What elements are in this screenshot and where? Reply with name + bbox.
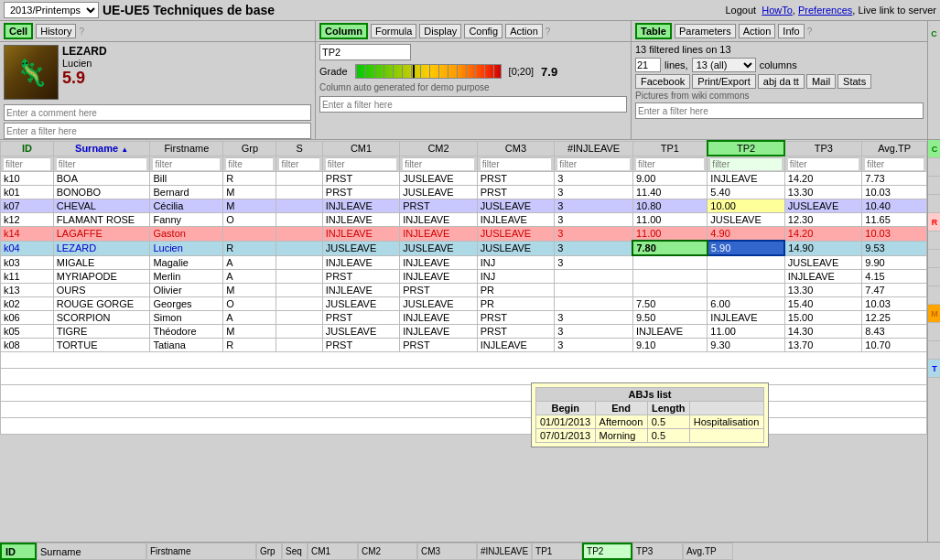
cell-s[interactable]: [276, 199, 322, 213]
cell-id[interactable]: k13: [1, 283, 54, 296]
table-button[interactable]: Table: [635, 23, 672, 39]
cell-tp1[interactable]: [632, 283, 707, 296]
cell-cm3[interactable]: PRST: [477, 310, 554, 324]
cell-surname[interactable]: CHEVAL: [53, 199, 150, 213]
cell-firstname[interactable]: Bernard: [150, 186, 223, 199]
facebook-button[interactable]: Facebook: [635, 74, 690, 89]
table-info-button[interactable]: Info: [778, 24, 804, 38]
cell-cm3[interactable]: JUSLEAVE: [477, 241, 554, 255]
cell-cm2[interactable]: PRST: [400, 283, 477, 296]
cell-injleave[interactable]: 3: [555, 310, 633, 324]
cell-cm3[interactable]: INJLEAVE: [477, 338, 554, 351]
th-avgtp[interactable]: Avg.TP: [862, 141, 927, 156]
cell-tp1[interactable]: 7.50: [632, 296, 707, 310]
filter-cm1[interactable]: [326, 157, 396, 170]
cell-firstname[interactable]: Lucien: [150, 241, 223, 255]
cell-grp[interactable]: R: [223, 338, 276, 351]
cell-firstname[interactable]: Gaston: [150, 227, 223, 242]
mail-button[interactable]: Mail: [806, 74, 836, 89]
cell-tp1[interactable]: 11.00: [632, 227, 707, 242]
cell-s[interactable]: [276, 310, 322, 324]
cell-tp3[interactable]: 15.40: [784, 296, 861, 310]
cell-cm2[interactable]: JUSLEAVE: [400, 172, 477, 186]
cell-surname[interactable]: FLAMANT ROSE: [53, 213, 150, 227]
howto-link[interactable]: HowTo: [762, 5, 793, 16]
th-firstname[interactable]: Firstname: [150, 141, 223, 156]
cell-grp[interactable]: R: [223, 172, 276, 186]
cell-avgtp[interactable]: 10.70: [862, 338, 927, 351]
cell-tp2[interactable]: [708, 269, 784, 283]
cell-cm1[interactable]: INJLEAVE: [322, 283, 399, 296]
cell-tp2[interactable]: 6.00: [708, 296, 784, 310]
cell-id[interactable]: k02: [1, 296, 54, 310]
cell-grp[interactable]: M: [223, 283, 276, 296]
cell-cm2[interactable]: PRST: [400, 199, 477, 213]
cell-tp3[interactable]: 13.30: [784, 186, 861, 199]
cell-id[interactable]: k04: [1, 241, 54, 255]
cell-cm3[interactable]: INJLEAVE: [477, 213, 554, 227]
cell-firstname[interactable]: Simon: [150, 310, 223, 324]
cell-firstname[interactable]: Théodore: [150, 324, 223, 338]
cell-firstname[interactable]: Cécilia: [150, 199, 223, 213]
cell-cm1[interactable]: INJLEAVE: [322, 213, 399, 227]
cell-avgtp[interactable]: 10.03: [862, 296, 927, 310]
cell-s[interactable]: [276, 296, 322, 310]
filter-tp2[interactable]: [710, 157, 781, 170]
filter-injleave[interactable]: [557, 157, 630, 170]
cell-tp2[interactable]: 9.30: [708, 338, 784, 351]
cell-tp1[interactable]: 9.50: [632, 310, 707, 324]
th-grp[interactable]: Grp: [223, 141, 276, 156]
cell-grp[interactable]: A: [223, 310, 276, 324]
th-s[interactable]: S: [276, 141, 322, 156]
cell-surname[interactable]: LEZARD: [53, 241, 150, 255]
cell-grp[interactable]: M: [223, 324, 276, 338]
cell-tp1[interactable]: 11.00: [632, 213, 707, 227]
cell-cm2[interactable]: INJLEAVE: [400, 255, 477, 269]
cell-button[interactable]: Cell: [4, 23, 33, 39]
cell-avgtp[interactable]: 11.65: [862, 213, 927, 227]
cell-s[interactable]: [276, 255, 322, 269]
cell-avgtp[interactable]: 8.43: [862, 324, 927, 338]
parameters-button[interactable]: Parameters: [675, 24, 736, 38]
cell-tp3[interactable]: 13.30: [784, 283, 861, 296]
cell-surname[interactable]: BONOBO: [53, 186, 150, 199]
cell-id[interactable]: k12: [1, 213, 54, 227]
cell-tp1[interactable]: 9.00: [632, 172, 707, 186]
column-button[interactable]: Column: [319, 23, 368, 39]
cell-cm3[interactable]: JUSLEAVE: [477, 227, 554, 242]
lines-input[interactable]: [635, 58, 661, 72]
cell-cm1[interactable]: PRST: [322, 269, 399, 283]
cell-tp3[interactable]: 15.00: [784, 310, 861, 324]
cell-surname[interactable]: MIGALE: [53, 255, 150, 269]
cell-cm1[interactable]: PRST: [322, 186, 399, 199]
cell-injleave[interactable]: [555, 269, 633, 283]
cell-tp1[interactable]: [632, 269, 707, 283]
th-tp2[interactable]: TP2: [708, 141, 784, 156]
cell-cm1[interactable]: JUSLEAVE: [322, 296, 399, 310]
cell-grp[interactable]: [223, 227, 276, 242]
cell-grp[interactable]: O: [223, 213, 276, 227]
filter-tp1[interactable]: [636, 157, 704, 170]
cell-tp3[interactable]: 14.90: [784, 241, 861, 255]
filter-id[interactable]: [4, 157, 50, 170]
cell-injleave[interactable]: 3: [555, 186, 633, 199]
table-filter-input[interactable]: [635, 102, 924, 119]
cell-id[interactable]: k11: [1, 269, 54, 283]
cell-grp[interactable]: A: [223, 269, 276, 283]
cell-tp1[interactable]: 10.80: [632, 199, 707, 213]
th-surname[interactable]: Surname: [53, 141, 150, 156]
cell-cm1[interactable]: PRST: [322, 338, 399, 351]
cell-cm1[interactable]: JUSLEAVE: [322, 324, 399, 338]
cell-tp3[interactable]: 14.30: [784, 324, 861, 338]
formula-button[interactable]: Formula: [371, 24, 416, 38]
cell-cm2[interactable]: INJLEAVE: [400, 227, 477, 242]
th-cm2[interactable]: CM2: [400, 141, 477, 156]
filter-firstname[interactable]: [153, 157, 220, 170]
cell-cm2[interactable]: JUSLEAVE: [400, 186, 477, 199]
columns-select[interactable]: 13 (all): [692, 58, 756, 72]
cell-grp[interactable]: M: [223, 186, 276, 199]
cell-cm3[interactable]: INJ: [477, 255, 554, 269]
cell-tp1[interactable]: 7.80: [632, 241, 707, 255]
cell-id[interactable]: k01: [1, 186, 54, 199]
cell-avgtp[interactable]: 10.40: [862, 199, 927, 213]
